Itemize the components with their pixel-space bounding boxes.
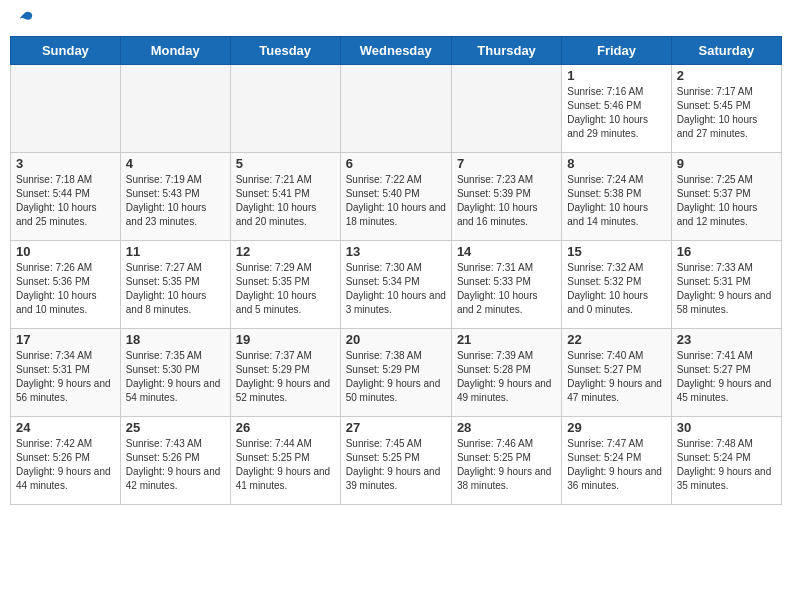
calendar-cell: 20Sunrise: 7:38 AM Sunset: 5:29 PM Dayli…	[340, 329, 451, 417]
calendar-week-row: 3Sunrise: 7:18 AM Sunset: 5:44 PM Daylig…	[11, 153, 782, 241]
calendar-cell: 17Sunrise: 7:34 AM Sunset: 5:31 PM Dayli…	[11, 329, 121, 417]
calendar-cell: 30Sunrise: 7:48 AM Sunset: 5:24 PM Dayli…	[671, 417, 781, 505]
day-number: 2	[677, 68, 776, 83]
day-number: 4	[126, 156, 225, 171]
calendar-cell: 2Sunrise: 7:17 AM Sunset: 5:45 PM Daylig…	[671, 65, 781, 153]
calendar-cell: 21Sunrise: 7:39 AM Sunset: 5:28 PM Dayli…	[451, 329, 561, 417]
day-number: 23	[677, 332, 776, 347]
calendar-cell: 25Sunrise: 7:43 AM Sunset: 5:26 PM Dayli…	[120, 417, 230, 505]
calendar-cell: 5Sunrise: 7:21 AM Sunset: 5:41 PM Daylig…	[230, 153, 340, 241]
day-number: 25	[126, 420, 225, 435]
day-number: 5	[236, 156, 335, 171]
calendar-cell: 6Sunrise: 7:22 AM Sunset: 5:40 PM Daylig…	[340, 153, 451, 241]
day-info: Sunrise: 7:39 AM Sunset: 5:28 PM Dayligh…	[457, 349, 556, 405]
calendar-cell	[11, 65, 121, 153]
day-number: 28	[457, 420, 556, 435]
day-info: Sunrise: 7:26 AM Sunset: 5:36 PM Dayligh…	[16, 261, 115, 317]
day-number: 18	[126, 332, 225, 347]
logo	[14, 10, 34, 28]
calendar-cell	[451, 65, 561, 153]
day-info: Sunrise: 7:33 AM Sunset: 5:31 PM Dayligh…	[677, 261, 776, 317]
day-number: 11	[126, 244, 225, 259]
day-number: 10	[16, 244, 115, 259]
calendar-week-row: 1Sunrise: 7:16 AM Sunset: 5:46 PM Daylig…	[11, 65, 782, 153]
calendar-day-header: Sunday	[11, 37, 121, 65]
day-info: Sunrise: 7:29 AM Sunset: 5:35 PM Dayligh…	[236, 261, 335, 317]
day-info: Sunrise: 7:42 AM Sunset: 5:26 PM Dayligh…	[16, 437, 115, 493]
day-info: Sunrise: 7:16 AM Sunset: 5:46 PM Dayligh…	[567, 85, 665, 141]
day-info: Sunrise: 7:19 AM Sunset: 5:43 PM Dayligh…	[126, 173, 225, 229]
day-number: 24	[16, 420, 115, 435]
calendar-day-header: Saturday	[671, 37, 781, 65]
day-info: Sunrise: 7:17 AM Sunset: 5:45 PM Dayligh…	[677, 85, 776, 141]
calendar-week-row: 24Sunrise: 7:42 AM Sunset: 5:26 PM Dayli…	[11, 417, 782, 505]
calendar-cell	[120, 65, 230, 153]
day-number: 16	[677, 244, 776, 259]
day-info: Sunrise: 7:40 AM Sunset: 5:27 PM Dayligh…	[567, 349, 665, 405]
calendar-cell: 11Sunrise: 7:27 AM Sunset: 5:35 PM Dayli…	[120, 241, 230, 329]
day-number: 22	[567, 332, 665, 347]
day-info: Sunrise: 7:21 AM Sunset: 5:41 PM Dayligh…	[236, 173, 335, 229]
calendar-day-header: Thursday	[451, 37, 561, 65]
calendar-cell: 10Sunrise: 7:26 AM Sunset: 5:36 PM Dayli…	[11, 241, 121, 329]
day-info: Sunrise: 7:45 AM Sunset: 5:25 PM Dayligh…	[346, 437, 446, 493]
calendar-week-row: 17Sunrise: 7:34 AM Sunset: 5:31 PM Dayli…	[11, 329, 782, 417]
page-header	[10, 10, 782, 28]
day-info: Sunrise: 7:47 AM Sunset: 5:24 PM Dayligh…	[567, 437, 665, 493]
calendar-cell: 15Sunrise: 7:32 AM Sunset: 5:32 PM Dayli…	[562, 241, 671, 329]
calendar-cell: 19Sunrise: 7:37 AM Sunset: 5:29 PM Dayli…	[230, 329, 340, 417]
day-info: Sunrise: 7:35 AM Sunset: 5:30 PM Dayligh…	[126, 349, 225, 405]
calendar-cell: 24Sunrise: 7:42 AM Sunset: 5:26 PM Dayli…	[11, 417, 121, 505]
day-number: 7	[457, 156, 556, 171]
day-info: Sunrise: 7:48 AM Sunset: 5:24 PM Dayligh…	[677, 437, 776, 493]
day-number: 20	[346, 332, 446, 347]
day-number: 27	[346, 420, 446, 435]
day-info: Sunrise: 7:34 AM Sunset: 5:31 PM Dayligh…	[16, 349, 115, 405]
day-info: Sunrise: 7:22 AM Sunset: 5:40 PM Dayligh…	[346, 173, 446, 229]
calendar-day-header: Friday	[562, 37, 671, 65]
calendar-cell: 3Sunrise: 7:18 AM Sunset: 5:44 PM Daylig…	[11, 153, 121, 241]
day-number: 15	[567, 244, 665, 259]
day-info: Sunrise: 7:27 AM Sunset: 5:35 PM Dayligh…	[126, 261, 225, 317]
calendar-cell: 28Sunrise: 7:46 AM Sunset: 5:25 PM Dayli…	[451, 417, 561, 505]
day-number: 30	[677, 420, 776, 435]
day-info: Sunrise: 7:37 AM Sunset: 5:29 PM Dayligh…	[236, 349, 335, 405]
calendar-week-row: 10Sunrise: 7:26 AM Sunset: 5:36 PM Dayli…	[11, 241, 782, 329]
calendar-day-header: Tuesday	[230, 37, 340, 65]
day-number: 17	[16, 332, 115, 347]
day-number: 13	[346, 244, 446, 259]
day-number: 14	[457, 244, 556, 259]
calendar-cell: 4Sunrise: 7:19 AM Sunset: 5:43 PM Daylig…	[120, 153, 230, 241]
calendar-day-header: Monday	[120, 37, 230, 65]
calendar-header-row: SundayMondayTuesdayWednesdayThursdayFrid…	[11, 37, 782, 65]
day-info: Sunrise: 7:18 AM Sunset: 5:44 PM Dayligh…	[16, 173, 115, 229]
calendar-table: SundayMondayTuesdayWednesdayThursdayFrid…	[10, 36, 782, 505]
calendar-cell: 13Sunrise: 7:30 AM Sunset: 5:34 PM Dayli…	[340, 241, 451, 329]
calendar-cell: 12Sunrise: 7:29 AM Sunset: 5:35 PM Dayli…	[230, 241, 340, 329]
day-number: 8	[567, 156, 665, 171]
day-info: Sunrise: 7:41 AM Sunset: 5:27 PM Dayligh…	[677, 349, 776, 405]
day-number: 21	[457, 332, 556, 347]
calendar-cell: 18Sunrise: 7:35 AM Sunset: 5:30 PM Dayli…	[120, 329, 230, 417]
day-info: Sunrise: 7:30 AM Sunset: 5:34 PM Dayligh…	[346, 261, 446, 317]
day-number: 19	[236, 332, 335, 347]
day-info: Sunrise: 7:44 AM Sunset: 5:25 PM Dayligh…	[236, 437, 335, 493]
day-info: Sunrise: 7:43 AM Sunset: 5:26 PM Dayligh…	[126, 437, 225, 493]
day-info: Sunrise: 7:25 AM Sunset: 5:37 PM Dayligh…	[677, 173, 776, 229]
calendar-cell: 23Sunrise: 7:41 AM Sunset: 5:27 PM Dayli…	[671, 329, 781, 417]
day-number: 1	[567, 68, 665, 83]
calendar-cell: 9Sunrise: 7:25 AM Sunset: 5:37 PM Daylig…	[671, 153, 781, 241]
day-number: 26	[236, 420, 335, 435]
day-number: 29	[567, 420, 665, 435]
calendar-cell: 16Sunrise: 7:33 AM Sunset: 5:31 PM Dayli…	[671, 241, 781, 329]
day-number: 6	[346, 156, 446, 171]
day-number: 3	[16, 156, 115, 171]
logo-bird-icon	[16, 10, 34, 28]
day-info: Sunrise: 7:38 AM Sunset: 5:29 PM Dayligh…	[346, 349, 446, 405]
day-number: 9	[677, 156, 776, 171]
day-info: Sunrise: 7:32 AM Sunset: 5:32 PM Dayligh…	[567, 261, 665, 317]
day-number: 12	[236, 244, 335, 259]
calendar-cell: 7Sunrise: 7:23 AM Sunset: 5:39 PM Daylig…	[451, 153, 561, 241]
calendar-cell: 8Sunrise: 7:24 AM Sunset: 5:38 PM Daylig…	[562, 153, 671, 241]
calendar-cell: 26Sunrise: 7:44 AM Sunset: 5:25 PM Dayli…	[230, 417, 340, 505]
